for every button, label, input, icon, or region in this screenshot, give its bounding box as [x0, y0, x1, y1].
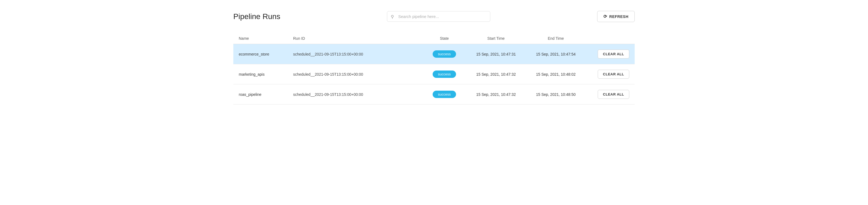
- cell-start-time: 15 Sep, 2021, 10:47:31: [466, 52, 526, 56]
- cell-name: roas_pipeline: [239, 92, 293, 97]
- search-container: ⚲: [387, 11, 490, 22]
- cell-run-id: scheduled__2021-09-15T13:15:00+00:00: [293, 72, 423, 77]
- state-badge: success: [433, 91, 456, 98]
- cell-name: ecommerce_store: [239, 52, 293, 56]
- state-badge: success: [433, 70, 456, 78]
- page-container: Pipeline Runs ⚲ ⟳ REFRESH Name Run ID St…: [217, 0, 651, 115]
- state-badge: success: [433, 50, 456, 58]
- cell-end-time: 15 Sep, 2021, 10:48:50: [526, 92, 586, 97]
- refresh-label: REFRESH: [610, 14, 628, 19]
- cell-name: marketing_apis: [239, 72, 293, 77]
- cell-state: success: [423, 50, 466, 58]
- refresh-button[interactable]: ⟳ REFRESH: [597, 11, 635, 22]
- table-body: ecommerce_store scheduled__2021-09-15T13…: [233, 44, 635, 105]
- cell-start-time: 15 Sep, 2021, 10:47:32: [466, 92, 526, 97]
- cell-start-time: 15 Sep, 2021, 10:47:32: [466, 72, 526, 77]
- header-row: Pipeline Runs ⚲ ⟳ REFRESH: [233, 11, 635, 22]
- table-row: roas_pipeline scheduled__2021-09-15T13:1…: [233, 84, 635, 105]
- cell-actions: CLEAR ALL: [586, 90, 629, 99]
- table-row: marketing_apis scheduled__2021-09-15T13:…: [233, 64, 635, 84]
- cell-actions: CLEAR ALL: [586, 50, 629, 59]
- cell-end-time: 15 Sep, 2021, 10:48:02: [526, 72, 586, 77]
- table-row: ecommerce_store scheduled__2021-09-15T13…: [233, 44, 635, 64]
- cell-state: success: [423, 91, 466, 98]
- refresh-icon: ⟳: [603, 14, 607, 19]
- col-header-end-time: End Time: [526, 36, 586, 40]
- table-wrapper: Name Run ID State Start Time End Time ec…: [233, 33, 635, 105]
- col-header-state: State: [423, 36, 466, 40]
- page-title: Pipeline Runs: [233, 12, 280, 21]
- cell-actions: CLEAR ALL: [586, 70, 629, 79]
- cell-run-id: scheduled__2021-09-15T13:15:00+00:00: [293, 52, 423, 56]
- col-header-run-id: Run ID: [293, 36, 423, 40]
- table-header: Name Run ID State Start Time End Time: [233, 33, 635, 44]
- col-header-start-time: Start Time: [466, 36, 526, 40]
- col-header-name: Name: [239, 36, 293, 40]
- col-header-actions: [586, 36, 629, 40]
- search-input[interactable]: [387, 11, 490, 22]
- cell-end-time: 15 Sep, 2021, 10:47:54: [526, 52, 586, 56]
- clear-all-button[interactable]: CLEAR ALL: [598, 50, 629, 59]
- clear-all-button[interactable]: CLEAR ALL: [598, 70, 629, 79]
- cell-run-id: scheduled__2021-09-15T13:15:00+00:00: [293, 92, 423, 97]
- clear-all-button[interactable]: CLEAR ALL: [598, 90, 629, 99]
- cell-state: success: [423, 70, 466, 78]
